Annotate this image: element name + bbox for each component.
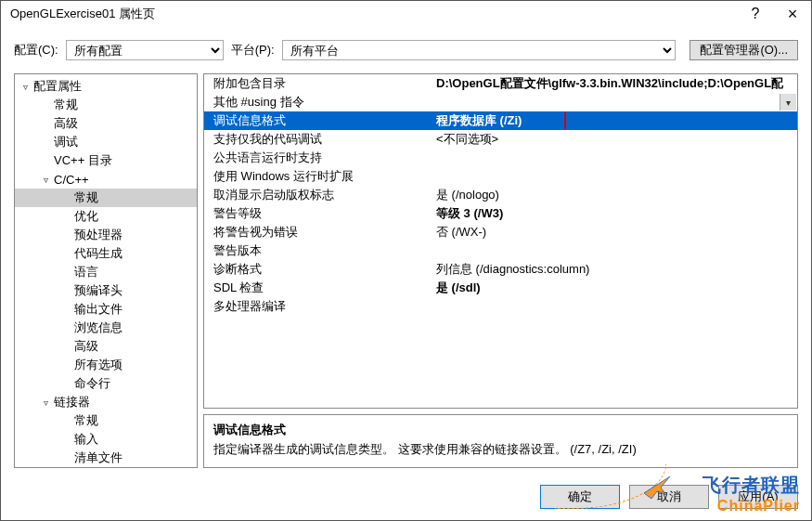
property-row[interactable]: 警告等级等级 3 (/W3) — [204, 204, 797, 223]
property-name: 多处理器编译 — [204, 298, 432, 315]
property-name: 其他 #using 指令 — [204, 94, 432, 111]
nav-tree: ▿配置属性常规高级调试VC++ 目录▿C/C++常规优化预处理器代码生成语言预编… — [15, 74, 197, 468]
chevron-down-icon[interactable]: ▾ — [780, 94, 796, 111]
description-pane: 调试信息格式 指定编译器生成的调试信息类型。 这要求使用兼容的链接器设置。 (/… — [203, 414, 798, 468]
tree-item[interactable]: 常规 — [15, 96, 197, 114]
close-button[interactable]: × — [774, 1, 811, 27]
tree-item-label: 预处理器 — [72, 227, 124, 243]
tree-item[interactable]: 所有选项 — [15, 356, 197, 374]
tree-item-label: 预编译头 — [72, 282, 124, 299]
tree-item-label: VC++ 目录 — [52, 152, 114, 169]
tree-item-label: 清单文件 — [72, 449, 124, 466]
tree-item-label: 命令行 — [72, 375, 112, 392]
tree-item[interactable]: 高级 — [15, 337, 197, 356]
ok-button[interactable]: 确定 — [540, 485, 620, 509]
tree-item[interactable]: 输出文件 — [15, 300, 197, 319]
tree-item[interactable]: 语言 — [15, 263, 197, 281]
property-name: 警告版本 — [204, 242, 432, 259]
tree-item[interactable]: VC++ 目录 — [15, 151, 197, 170]
title-bar: OpenGLExercise01 属性页 ? × — [1, 1, 811, 27]
property-value[interactable]: D:\OpenGL配置文件\glfw-3.3.bin.WIN32\include… — [432, 75, 797, 92]
property-value[interactable]: 否 (/WX-) — [432, 224, 797, 241]
property-grid: ▾ 附加包含目录D:\OpenGL配置文件\glfw-3.3.bin.WIN32… — [203, 73, 798, 409]
description-body: 指定编译器生成的调试信息类型。 这要求使用兼容的链接器设置。 (/Z7, /Zi… — [213, 440, 788, 460]
property-row[interactable]: 警告版本 — [204, 241, 797, 260]
property-name: 附加包含目录 — [204, 75, 432, 92]
tree-item-label: 输入 — [72, 431, 100, 448]
property-value[interactable]: <不同选项> — [432, 131, 797, 148]
property-value[interactable]: 是 (/sdl) — [432, 280, 797, 296]
tree-item-label: 语言 — [72, 264, 100, 280]
tree-item-label: 输出文件 — [72, 301, 124, 318]
property-value[interactable]: 等级 3 (/W3) — [432, 205, 797, 222]
property-row[interactable]: 多处理器编译 — [204, 297, 797, 316]
tree-item[interactable]: 清单文件 — [15, 449, 197, 467]
disclosure-triangle-icon[interactable]: ▿ — [39, 397, 52, 408]
window-title: OpenGLExercise01 属性页 — [10, 6, 737, 22]
tree-item[interactable]: 优化 — [15, 207, 197, 226]
config-select[interactable]: 所有配置 — [66, 40, 224, 60]
tree-item[interactable]: ▿C/C++ — [15, 170, 197, 189]
apply-button[interactable]: 应用(A) — [718, 485, 798, 509]
tree-item-label: 链接器 — [52, 394, 92, 410]
tree-item-label: 调试 — [52, 134, 80, 150]
help-button[interactable]: ? — [737, 1, 774, 27]
tree-item-label: 常规 — [72, 189, 100, 206]
disclosure-triangle-icon[interactable]: ▿ — [39, 175, 52, 185]
tree-item[interactable]: 高级 — [15, 114, 197, 133]
highlight-box — [432, 112, 566, 129]
tree-item-label: 常规 — [72, 412, 100, 429]
property-name: 将警告视为错误 — [204, 224, 432, 241]
tree-item[interactable]: 常规 — [15, 411, 197, 430]
config-manager-button[interactable]: 配置管理器(O)... — [690, 40, 798, 60]
property-row[interactable]: 取消显示启动版权标志是 (/nologo) — [204, 186, 797, 204]
tree-item-label: 浏览信息 — [72, 319, 124, 336]
property-value[interactable]: 程序数据库 (/Zi) — [432, 112, 797, 129]
description-title: 调试信息格式 — [213, 421, 788, 440]
platform-label: 平台(P): — [231, 40, 275, 60]
dialog-button-row: 确定 取消 应用(A) — [1, 475, 811, 520]
nav-tree-pane: ▿配置属性常规高级调试VC++ 目录▿C/C++常规优化预处理器代码生成语言预编… — [14, 73, 198, 468]
property-row[interactable]: 支持仅我的代码调试<不同选项> — [204, 130, 797, 149]
config-toolbar: 配置(C): 所有配置 平台(P): 所有平台 配置管理器(O)... — [1, 27, 811, 73]
tree-item[interactable]: ▿配置属性 — [15, 77, 197, 96]
cancel-button[interactable]: 取消 — [629, 485, 709, 509]
property-row[interactable]: 诊断格式列信息 (/diagnostics:column) — [204, 260, 797, 279]
config-label: 配置(C): — [14, 40, 58, 60]
tree-item[interactable]: 输入 — [15, 430, 197, 449]
main-area: ▿配置属性常规高级调试VC++ 目录▿C/C++常规优化预处理器代码生成语言预编… — [1, 73, 811, 475]
tree-item[interactable]: 预处理器 — [15, 226, 197, 244]
property-page-dialog: OpenGLExercise01 属性页 ? × 配置(C): 所有配置 平台(… — [0, 0, 812, 521]
property-row[interactable]: 其他 #using 指令 — [204, 93, 797, 111]
property-name: 警告等级 — [204, 205, 432, 222]
tree-item[interactable]: 浏览信息 — [15, 319, 197, 337]
property-name: SDL 检查 — [204, 280, 432, 296]
tree-item-label: 代码生成 — [72, 245, 124, 262]
tree-item[interactable]: ▿链接器 — [15, 393, 197, 411]
property-row[interactable]: 将警告视为错误否 (/WX-) — [204, 223, 797, 241]
property-row[interactable]: 调试信息格式程序数据库 (/Zi) — [204, 111, 797, 130]
tree-item[interactable]: 命令行 — [15, 374, 197, 393]
tree-item-label: 常规 — [52, 97, 80, 113]
disclosure-triangle-icon[interactable]: ▿ — [19, 82, 32, 92]
tree-item-label: 优化 — [72, 208, 100, 225]
platform-select[interactable]: 所有平台 — [282, 40, 676, 60]
property-name: 支持仅我的代码调试 — [204, 131, 432, 148]
property-name: 公共语言运行时支持 — [204, 150, 432, 166]
tree-item[interactable]: 调试 — [15, 133, 197, 151]
property-row[interactable]: 使用 Windows 运行时扩展 — [204, 167, 797, 186]
tree-item-label: 高级 — [52, 115, 80, 132]
property-name: 取消显示启动版权标志 — [204, 187, 432, 203]
property-row[interactable]: SDL 检查是 (/sdl) — [204, 279, 797, 297]
right-pane: ▾ 附加包含目录D:\OpenGL配置文件\glfw-3.3.bin.WIN32… — [203, 73, 798, 468]
property-row[interactable]: 附加包含目录D:\OpenGL配置文件\glfw-3.3.bin.WIN32\i… — [204, 74, 797, 93]
tree-item[interactable]: 预编译头 — [15, 281, 197, 300]
property-value[interactable]: 是 (/nologo) — [432, 187, 797, 203]
property-name: 诊断格式 — [204, 261, 432, 278]
property-value[interactable]: 列信息 (/diagnostics:column) — [432, 261, 797, 278]
property-row[interactable]: 公共语言运行时支持 — [204, 149, 797, 167]
property-name: 调试信息格式 — [204, 112, 432, 129]
tree-item[interactable]: 常规 — [15, 189, 197, 207]
tree-item[interactable]: 代码生成 — [15, 244, 197, 263]
property-name: 使用 Windows 运行时扩展 — [204, 168, 432, 185]
